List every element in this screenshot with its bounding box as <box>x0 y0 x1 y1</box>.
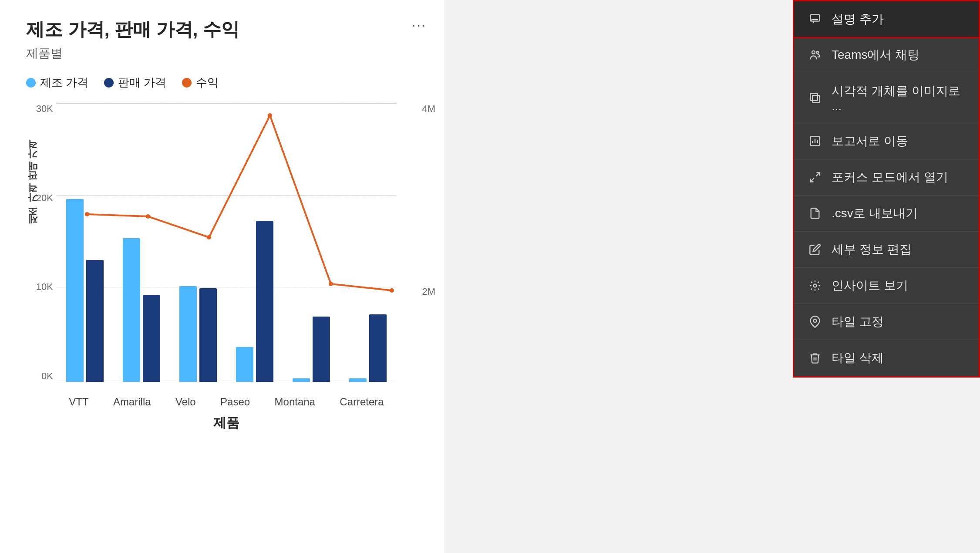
menu-icon-teams <box>807 47 823 63</box>
menu-icon-csv <box>807 206 823 221</box>
menu-label-2: 시각적 개체를 이미지로 ... <box>832 83 966 113</box>
chart-panel: 제조 가격, 판매 가격, 수익 제품별 제조 가격 판매 가격 수익 30K … <box>0 0 444 553</box>
svg-line-7 <box>811 178 814 182</box>
legend-item-0: 제조 가격 <box>26 75 88 90</box>
menu-label-7: 인사이트 보기 <box>832 277 908 294</box>
menu-icon-delete <box>807 350 823 366</box>
x-axis-labels: VTT Amarilla Velo Paseo Montana Carreter… <box>57 391 396 408</box>
more-options-button[interactable]: ··· <box>412 17 427 32</box>
menu-label-5: .csv로 내보내기 <box>832 205 918 222</box>
menu-icon-comment <box>807 11 823 27</box>
menu-item-comment[interactable]: 설명 추가 <box>793 0 980 38</box>
menu-item-teams[interactable]: Teams에서 채팅 <box>794 37 979 73</box>
x-label-montana: Montana <box>275 396 315 408</box>
menu-item-edit[interactable]: 세부 정보 편집 <box>794 232 979 268</box>
menu-icon-insight <box>807 278 823 293</box>
legend-dot-2 <box>182 78 192 88</box>
x-label-carretera: Carretera <box>340 396 384 408</box>
y-axis-title: 제조 가격 판매 가격 <box>26 147 39 231</box>
dot-montana <box>329 282 333 286</box>
menu-label-1: Teams에서 채팅 <box>832 47 919 63</box>
menu-icon-image-copy <box>807 90 823 106</box>
menu-item-csv[interactable]: .csv로 내보내기 <box>794 196 979 232</box>
dot-vtt <box>85 212 89 216</box>
x-label-paseo: Paseo <box>220 396 250 408</box>
menu-item-pin[interactable]: 타일 고정 <box>794 304 979 340</box>
legend-label-2: 수익 <box>196 75 219 90</box>
menu-item-report[interactable]: 보고서로 이동 <box>794 123 979 159</box>
menu-icon-report <box>807 133 823 149</box>
svg-point-9 <box>814 319 817 322</box>
legend-label-0: 제조 가격 <box>40 75 88 90</box>
svg-point-8 <box>814 284 817 287</box>
svg-rect-3 <box>811 94 818 101</box>
menu-icon-focus <box>807 169 823 185</box>
chart-title: 제조 가격, 판매 가격, 수익 <box>26 17 427 42</box>
y-axis-right: 4M 2M <box>419 103 435 382</box>
menu-label-6: 세부 정보 편집 <box>832 241 912 258</box>
legend-item-2: 수익 <box>182 75 219 90</box>
menu-label-9: 타일 삭제 <box>832 350 884 366</box>
context-menu: 설명 추가Teams에서 채팅시각적 개체를 이미지로 ...보고서로 이동포커… <box>793 0 980 378</box>
x-axis-title: 제품 <box>213 414 239 432</box>
menu-label-8: 타일 고정 <box>832 314 884 330</box>
menu-item-focus[interactable]: 포커스 모드에서 열기 <box>794 159 979 196</box>
menu-item-delete[interactable]: 타일 삭제 <box>794 340 979 376</box>
menu-item-insight[interactable]: 인사이트 보기 <box>794 268 979 304</box>
dot-carretera <box>390 288 394 293</box>
x-label-velo: Velo <box>175 396 196 408</box>
legend-label-1: 판매 가격 <box>118 75 166 90</box>
dot-velo <box>207 235 211 239</box>
x-label-amarilla: Amarilla <box>113 396 151 408</box>
menu-label-0: 설명 추가 <box>832 11 884 27</box>
dot-paseo <box>268 113 272 118</box>
legend-dot-1 <box>104 78 114 88</box>
svg-point-1 <box>812 51 815 54</box>
dot-amarilla <box>146 214 150 219</box>
svg-line-6 <box>816 173 819 176</box>
chart-legend: 제조 가격 판매 가격 수익 <box>26 75 427 90</box>
profit-line <box>87 115 392 290</box>
menu-icon-pin <box>807 314 823 330</box>
chart-subtitle: 제품별 <box>26 45 427 62</box>
chart-area: 30K 20K 10K 0K 제조 가격 판매 가격 <box>26 103 427 408</box>
x-label-vtt: VTT <box>69 396 88 408</box>
menu-label-4: 포커스 모드에서 열기 <box>832 169 948 185</box>
line-chart-svg <box>57 103 396 382</box>
legend-item-1: 판매 가격 <box>104 75 166 90</box>
menu-label-3: 보고서로 이동 <box>832 133 908 149</box>
y-axis-left: 30K 20K 10K 0K <box>26 103 57 382</box>
svg-point-2 <box>817 51 819 54</box>
svg-rect-4 <box>812 95 819 102</box>
legend-dot-0 <box>26 78 36 88</box>
menu-item-image-copy[interactable]: 시각적 개체를 이미지로 ... <box>794 73 979 123</box>
menu-icon-edit <box>807 242 823 257</box>
